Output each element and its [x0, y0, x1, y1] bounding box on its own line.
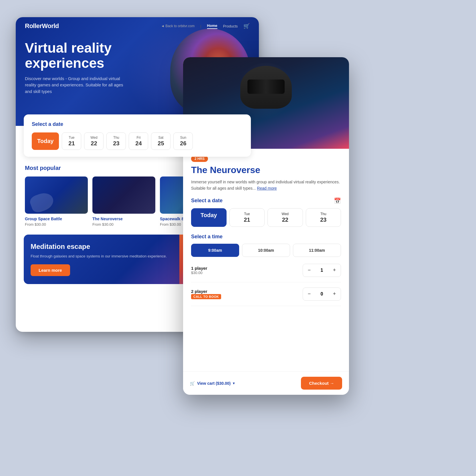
player-1-label: 1 player [191, 266, 207, 271]
date-btn-thu23[interactable]: Thu 23 [106, 132, 126, 150]
calendar-icon[interactable]: 📅 [334, 197, 341, 204]
product-img-2 [92, 176, 155, 214]
product-card-2[interactable]: The Neuroverse From $30.00 [92, 176, 155, 227]
time-btn-10am[interactable]: 10:00am [242, 244, 290, 257]
date-btn-tue21[interactable]: Tue 21 [62, 132, 81, 150]
meditation-desc: Float through galaxies and space systems… [31, 253, 172, 259]
view-cart-button[interactable]: 🛒 View cart ($30.00) ▾ [190, 381, 235, 386]
cart-icon[interactable]: 🛒 [243, 23, 250, 29]
product-img-1 [25, 176, 88, 214]
detail-description: Immerse yourself in new worlds with grou… [191, 179, 341, 192]
nav-links: ◄ Back to orbitvr.com | Home Products 🛒 [161, 23, 250, 29]
product-price-2: From $30.00 [92, 222, 155, 227]
nav-products-link[interactable]: Products [223, 24, 238, 28]
player-2-label: 2 player [191, 289, 221, 294]
detail-product-title: The Neuroverse [191, 165, 341, 175]
bottom-bar: 🛒 View cart ($30.00) ▾ Checkout → [183, 371, 349, 395]
hero-content: Virtual reality experiences Discover new… [16, 35, 259, 104]
date-btn-sun26[interactable]: Sun 26 [173, 132, 193, 150]
date-btn-today[interactable]: Today [32, 132, 59, 150]
product-card-1[interactable]: Group Space Battle From $30.00 [25, 176, 88, 227]
player-1-decrease[interactable]: − [304, 265, 314, 275]
player-1-info: 1 player $30.00 [191, 266, 207, 275]
back-to-orbitvr[interactable]: ◄ Back to orbitvr.com [161, 24, 195, 28]
date-selector-title: Select a date [32, 121, 243, 127]
player-1-quantity: 1 [317, 268, 327, 273]
date-buttons-row: Today Tue 21 Wed 22 Thu 23 Fri 24 Sat 25 [32, 132, 243, 150]
checkout-button[interactable]: Checkout → [301, 377, 342, 390]
player-2-info: 2 player CALL TO BOOK [191, 289, 221, 299]
detail-date-today[interactable]: Today [191, 208, 227, 227]
hero-title: Virtual reality experiences [25, 41, 134, 71]
read-more-link[interactable]: Read more [257, 186, 277, 191]
brand-logo: RollerWorld [25, 22, 59, 30]
player-1-qty-control: − 1 + [303, 264, 341, 277]
date-btn-sat25[interactable]: Sat 25 [151, 132, 170, 150]
date-btn-fri24[interactable]: Fri 24 [129, 132, 148, 150]
detail-time-row: 9:00am 10:00am 11:00am [191, 244, 341, 257]
meditation-content: Meditation escape Float through galaxies… [24, 235, 179, 284]
chevron-down-icon: ▾ [233, 381, 235, 385]
product-name-1: Group Space Battle [25, 217, 88, 221]
detail-time-title: Select a time [191, 234, 341, 240]
player-row-1: 1 player $30.00 − 1 + [191, 264, 341, 282]
product-detail-card: 2 HRS The Neuroverse Immerse yourself in… [183, 57, 349, 395]
time-btn-9am[interactable]: 9:00am [191, 244, 239, 257]
cart-icon-bottom: 🛒 [190, 381, 195, 386]
player-2-increase[interactable]: + [329, 289, 340, 299]
player-1-price: $30.00 [191, 271, 207, 275]
hero-subtitle: Discover new worlds - Group and individu… [25, 76, 128, 95]
nav-home-link[interactable]: Home [207, 23, 217, 29]
detail-date-tue21[interactable]: Tue 21 [229, 208, 265, 227]
meditation-title: Meditation escape [31, 243, 172, 251]
player-2-qty-control: − 0 + [303, 287, 341, 301]
call-to-book-badge: CALL TO BOOK [191, 294, 221, 299]
time-btn-11am[interactable]: 11:00am [293, 244, 341, 257]
detail-date-thu23[interactable]: Thu 23 [306, 208, 341, 227]
player-2-quantity: 0 [317, 291, 327, 297]
player-2-decrease[interactable]: − [304, 289, 314, 299]
detail-body: 2 HRS The Neuroverse Immerse yourself in… [183, 149, 349, 395]
product-name-2: The Neuroverse [92, 217, 155, 221]
player-1-increase[interactable]: + [329, 265, 340, 275]
product-price-1: From $30.00 [25, 222, 88, 227]
date-selector-panel: Select a date Today Tue 21 Wed 22 Thu 23… [24, 114, 251, 157]
detail-date-row: Today Tue 21 Wed 22 Thu 23 [191, 208, 341, 227]
player-row-2: 2 player CALL TO BOOK − 0 + [191, 287, 341, 306]
view-cart-label: View cart ($30.00) [197, 381, 231, 386]
navigation: RollerWorld ◄ Back to orbitvr.com | Home… [16, 17, 259, 35]
date-btn-wed22[interactable]: Wed 22 [84, 132, 104, 150]
detail-date-title: Select a date 📅 [191, 197, 341, 204]
learn-more-button[interactable]: Learn more [31, 264, 70, 276]
detail-date-wed22[interactable]: Wed 22 [267, 208, 303, 227]
